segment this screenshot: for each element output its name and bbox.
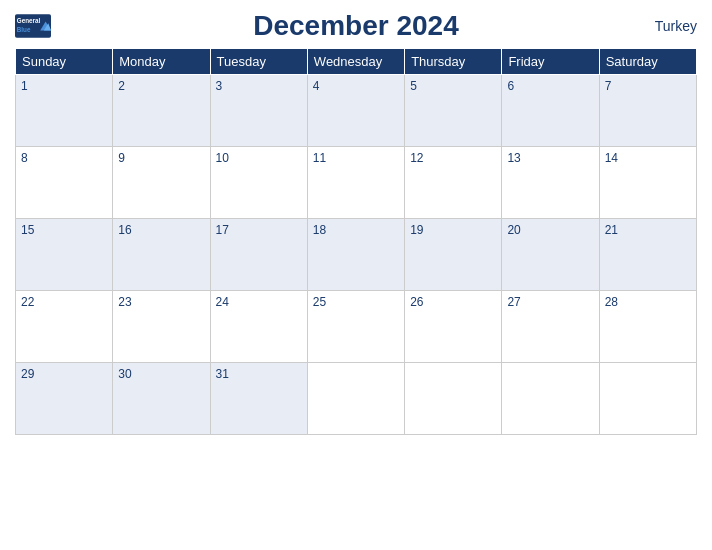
calendar-day-cell xyxy=(307,363,404,435)
calendar-header: General Blue December 2024 Turkey xyxy=(15,10,697,42)
day-number: 13 xyxy=(507,151,520,165)
calendar-day-cell: 11 xyxy=(307,147,404,219)
calendar-day-cell: 8 xyxy=(16,147,113,219)
calendar-day-cell: 24 xyxy=(210,291,307,363)
country-label: Turkey xyxy=(655,18,697,34)
day-number: 10 xyxy=(216,151,229,165)
header-saturday: Saturday xyxy=(599,49,696,75)
calendar-day-cell: 3 xyxy=(210,75,307,147)
day-number: 15 xyxy=(21,223,34,237)
calendar-day-cell: 1 xyxy=(16,75,113,147)
day-number: 22 xyxy=(21,295,34,309)
calendar-day-cell: 27 xyxy=(502,291,599,363)
calendar-day-cell: 19 xyxy=(405,219,502,291)
weekday-header-row: Sunday Monday Tuesday Wednesday Thursday… xyxy=(16,49,697,75)
calendar-week-row: 293031 xyxy=(16,363,697,435)
day-number: 17 xyxy=(216,223,229,237)
header-friday: Friday xyxy=(502,49,599,75)
day-number: 20 xyxy=(507,223,520,237)
calendar-day-cell xyxy=(405,363,502,435)
day-number: 18 xyxy=(313,223,326,237)
day-number: 2 xyxy=(118,79,125,93)
day-number: 5 xyxy=(410,79,417,93)
day-number: 25 xyxy=(313,295,326,309)
calendar-day-cell: 31 xyxy=(210,363,307,435)
calendar-table: Sunday Monday Tuesday Wednesday Thursday… xyxy=(15,48,697,435)
calendar-day-cell: 6 xyxy=(502,75,599,147)
day-number: 26 xyxy=(410,295,423,309)
calendar-day-cell: 28 xyxy=(599,291,696,363)
calendar-week-row: 15161718192021 xyxy=(16,219,697,291)
svg-text:General: General xyxy=(17,17,41,24)
day-number: 8 xyxy=(21,151,28,165)
day-number: 29 xyxy=(21,367,34,381)
day-number: 1 xyxy=(21,79,28,93)
day-number: 14 xyxy=(605,151,618,165)
day-number: 4 xyxy=(313,79,320,93)
day-number: 21 xyxy=(605,223,618,237)
calendar-day-cell: 29 xyxy=(16,363,113,435)
calendar-day-cell: 12 xyxy=(405,147,502,219)
calendar-day-cell: 21 xyxy=(599,219,696,291)
calendar-container: General Blue December 2024 Turkey Sunday… xyxy=(0,0,712,550)
day-number: 3 xyxy=(216,79,223,93)
svg-text:Blue: Blue xyxy=(17,26,31,33)
day-number: 30 xyxy=(118,367,131,381)
calendar-week-row: 22232425262728 xyxy=(16,291,697,363)
calendar-day-cell: 5 xyxy=(405,75,502,147)
header-sunday: Sunday xyxy=(16,49,113,75)
calendar-day-cell: 4 xyxy=(307,75,404,147)
day-number: 6 xyxy=(507,79,514,93)
calendar-day-cell: 17 xyxy=(210,219,307,291)
header-tuesday: Tuesday xyxy=(210,49,307,75)
calendar-day-cell: 7 xyxy=(599,75,696,147)
day-number: 19 xyxy=(410,223,423,237)
calendar-day-cell: 25 xyxy=(307,291,404,363)
calendar-day-cell: 2 xyxy=(113,75,210,147)
calendar-day-cell: 18 xyxy=(307,219,404,291)
calendar-day-cell: 22 xyxy=(16,291,113,363)
calendar-week-row: 891011121314 xyxy=(16,147,697,219)
calendar-day-cell: 26 xyxy=(405,291,502,363)
day-number: 23 xyxy=(118,295,131,309)
day-number: 27 xyxy=(507,295,520,309)
day-number: 11 xyxy=(313,151,326,165)
calendar-day-cell xyxy=(502,363,599,435)
logo: General Blue xyxy=(15,14,51,38)
calendar-body: 1234567891011121314151617181920212223242… xyxy=(16,75,697,435)
calendar-week-row: 1234567 xyxy=(16,75,697,147)
day-number: 9 xyxy=(118,151,125,165)
calendar-day-cell: 14 xyxy=(599,147,696,219)
calendar-title: December 2024 xyxy=(253,10,458,42)
day-number: 31 xyxy=(216,367,229,381)
calendar-day-cell: 13 xyxy=(502,147,599,219)
day-number: 28 xyxy=(605,295,618,309)
day-number: 7 xyxy=(605,79,612,93)
header-monday: Monday xyxy=(113,49,210,75)
day-number: 24 xyxy=(216,295,229,309)
header-thursday: Thursday xyxy=(405,49,502,75)
calendar-day-cell: 30 xyxy=(113,363,210,435)
header-wednesday: Wednesday xyxy=(307,49,404,75)
day-number: 16 xyxy=(118,223,131,237)
calendar-day-cell: 23 xyxy=(113,291,210,363)
calendar-day-cell xyxy=(599,363,696,435)
calendar-day-cell: 16 xyxy=(113,219,210,291)
calendar-day-cell: 9 xyxy=(113,147,210,219)
calendar-day-cell: 10 xyxy=(210,147,307,219)
day-number: 12 xyxy=(410,151,423,165)
calendar-day-cell: 20 xyxy=(502,219,599,291)
calendar-day-cell: 15 xyxy=(16,219,113,291)
